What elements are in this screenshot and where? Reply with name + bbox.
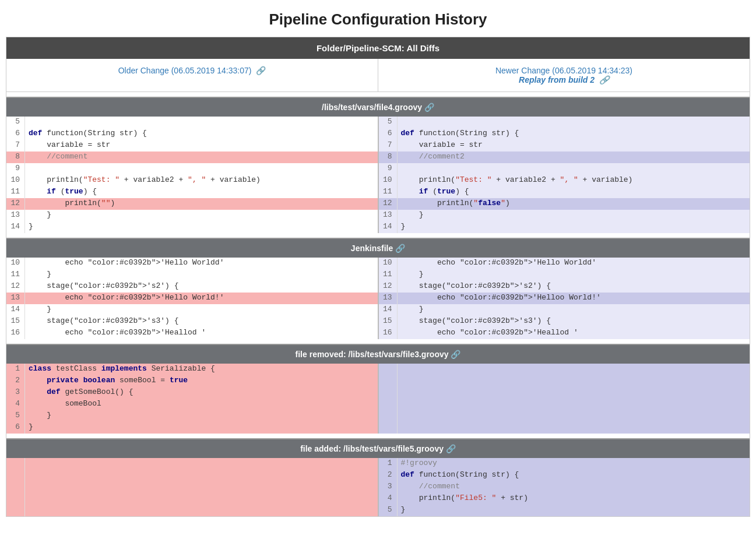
left-line: 6}	[6, 422, 378, 434]
left-line: 4 someBool	[6, 399, 378, 410]
line-code: echo "color:#c0392b">'Hello Worldd'	[398, 258, 750, 269]
line-code: def getSomeBool() {	[25, 387, 378, 399]
line-number: 13	[379, 293, 398, 304]
left-line: 14 }	[6, 304, 378, 316]
line-number: 5	[6, 410, 25, 422]
line-number: 13	[379, 210, 398, 221]
line-number: 14	[6, 221, 25, 233]
line-code: def function(String str) {	[398, 470, 750, 481]
line-code: }	[398, 210, 750, 221]
older-change-panel: Older Change (06.05.2019 14:33:07) 🔗	[6, 59, 378, 91]
line-number: 11	[6, 269, 25, 281]
line-code: }	[398, 269, 750, 281]
replay-from-build-link[interactable]: Replay from build 2 🔗	[519, 75, 609, 84]
line-code: stage("color:#c0392b">'s2') {	[398, 281, 750, 293]
right-line: 14}	[379, 221, 750, 233]
line-number: 7	[379, 140, 398, 152]
line-code: variable = str	[25, 140, 378, 152]
line-code: echo "color:#c0392b">'Heallod '	[25, 327, 378, 339]
left-line: 13 echo "color:#c0392b">'Hello World!'	[6, 293, 378, 304]
line-number: 6	[6, 128, 25, 140]
left-line: 9	[6, 163, 378, 175]
line-number: 12	[6, 281, 25, 293]
diff-content-1: 10 echo "color:#c0392b">'Hello Worldd'11…	[6, 258, 750, 339]
line-number: 12	[6, 198, 25, 210]
line-number: 8	[379, 152, 398, 163]
line-number: 4	[379, 493, 398, 505]
right-line: 10 echo "color:#c0392b">'Hello Worldd'	[379, 258, 750, 269]
left-line: 15 stage("color:#c0392b">'s3') {	[6, 316, 378, 327]
line-number	[6, 458, 25, 470]
line-code: //comment	[398, 481, 750, 493]
line-number: 6	[379, 128, 398, 140]
line-code: private boolean someBool = true	[25, 375, 378, 387]
left-line	[6, 470, 378, 481]
right-line: 5	[379, 117, 750, 128]
line-code: def function(String str) {	[398, 128, 750, 140]
left-line: 13 }	[6, 210, 378, 221]
line-code	[398, 387, 750, 399]
line-code: println("")	[25, 198, 378, 210]
right-line: 5}	[379, 505, 750, 516]
line-number: 5	[6, 117, 25, 128]
line-number: 14	[379, 221, 398, 233]
right-line	[379, 410, 750, 422]
file-section-2: file removed: /libs/test/vars/file3.groo…	[6, 344, 750, 434]
older-change-link[interactable]: Older Change (06.05.2019 14:33:07) 🔗	[118, 66, 266, 75]
line-code: //comment	[25, 152, 378, 163]
line-code	[25, 163, 378, 175]
diff-left-2: 1class testClass implements Serializable…	[6, 364, 378, 434]
file-header-1: Jenkinsfile 🔗	[6, 239, 750, 258]
line-number: 15	[379, 316, 398, 327]
line-code	[25, 117, 378, 128]
right-line: 12 stage("color:#c0392b">'s2') {	[379, 281, 750, 293]
line-code	[25, 470, 378, 481]
line-number: 2	[379, 470, 398, 481]
line-number	[379, 422, 398, 434]
line-number: 9	[6, 163, 25, 175]
line-code: println("Test: " + variable2 + ", " + va…	[398, 175, 750, 186]
right-line	[379, 422, 750, 434]
left-line: 7 variable = str	[6, 140, 378, 152]
left-line: 8 //comment	[6, 152, 378, 163]
right-line: 15 stage("color:#c0392b">'s3') {	[379, 316, 750, 327]
line-code: class testClass implements Serializable …	[25, 364, 378, 375]
line-number	[379, 387, 398, 399]
right-line: 10 println("Test: " + variable2 + ", " +…	[379, 175, 750, 186]
right-line: 13 echo "color:#c0392b">'Helloo World!'	[379, 293, 750, 304]
diff-content-3: 1#!groovy2def function(String str) {3 //…	[6, 458, 750, 516]
right-line	[379, 399, 750, 410]
right-line: 3 //comment	[379, 481, 750, 493]
line-number: 13	[6, 210, 25, 221]
file-header-0: /libs/test/vars/file4.groovy 🔗	[6, 98, 750, 117]
line-code: }	[398, 304, 750, 316]
line-number	[6, 481, 25, 493]
line-code: someBool	[25, 399, 378, 410]
line-code	[398, 410, 750, 422]
right-line: 13 }	[379, 210, 750, 221]
left-line	[6, 505, 378, 516]
main-container: Folder/Pipeline-SCM: All Diffs Older Cha…	[6, 37, 750, 517]
line-number: 5	[379, 117, 398, 128]
right-line	[379, 375, 750, 387]
line-code: //comment2	[398, 152, 750, 163]
newer-change-link[interactable]: Newer Change (06.05.2019 14:34:23)	[495, 66, 632, 75]
line-number: 14	[6, 304, 25, 316]
line-number: 1	[6, 364, 25, 375]
right-line: 8 //comment2	[379, 152, 750, 163]
diff-left-1: 10 echo "color:#c0392b">'Hello Worldd'11…	[6, 258, 378, 339]
line-number	[379, 364, 398, 375]
line-number: 10	[6, 175, 25, 186]
left-line	[6, 458, 378, 470]
diff-right-2	[378, 364, 750, 434]
line-code: def function(String str) {	[25, 128, 378, 140]
line-number: 16	[379, 327, 398, 339]
line-number: 2	[6, 375, 25, 387]
line-code: stage("color:#c0392b">'s2') {	[25, 281, 378, 293]
left-line	[6, 481, 378, 493]
line-number: 10	[379, 175, 398, 186]
left-line: 1class testClass implements Serializable…	[6, 364, 378, 375]
right-line: 12 println("false")	[379, 198, 750, 210]
diff-content-2: 1class testClass implements Serializable…	[6, 364, 750, 434]
line-code	[25, 481, 378, 493]
